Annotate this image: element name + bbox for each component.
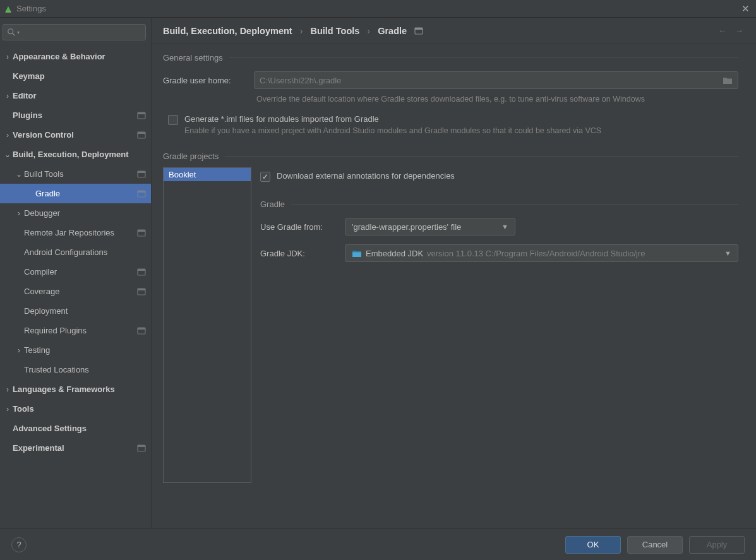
- sidebar-item-label: Keymap: [13, 71, 146, 81]
- project-scope-icon: [137, 112, 146, 119]
- svg-line-2: [13, 33, 15, 36]
- sidebar-item-gradle[interactable]: Gradle: [0, 184, 151, 203]
- breadcrumb-1[interactable]: Build, Execution, Deployment: [163, 26, 292, 36]
- nav-back-icon[interactable]: ←: [718, 26, 726, 35]
- svg-rect-8: [138, 171, 145, 173]
- chevron-right-icon: ›: [4, 131, 11, 140]
- sidebar-item-version-control[interactable]: ›Version Control: [0, 125, 151, 145]
- sidebar-item-build-execution-deployment[interactable]: ⌄Build, Execution, Deployment: [0, 145, 151, 164]
- chevron-right-icon: ›: [15, 209, 23, 218]
- breadcrumb-bar: Build, Execution, Deployment › Build Too…: [152, 18, 756, 44]
- sidebar-item-label: Testing: [24, 345, 146, 355]
- chevron-down-icon: ⌄: [4, 150, 11, 159]
- divider: [229, 57, 738, 58]
- app-icon: [4, 4, 13, 13]
- sidebar-item-label: Build Tools: [24, 169, 137, 179]
- general-section-title: General settings: [163, 53, 223, 63]
- close-icon[interactable]: ✕: [741, 3, 750, 15]
- chevron-down-icon: ⌄: [15, 170, 23, 179]
- gradle-home-input[interactable]: C:\Users\hi22h\.gradle: [254, 71, 738, 89]
- gradle-jdk-detail: version 11.0.13 C:/Program Files/Android…: [427, 249, 645, 258]
- use-gradle-from-label: Use Gradle from:: [260, 222, 336, 232]
- sidebar-item-label: Editor: [13, 91, 146, 100]
- sidebar-item-advanced-settings[interactable]: Advanced Settings: [0, 419, 151, 438]
- generate-iml-checkbox[interactable]: [168, 115, 178, 125]
- breadcrumb-sep: ›: [367, 26, 370, 36]
- sidebar-item-required-plugins[interactable]: Required Plugins: [0, 321, 151, 340]
- sidebar-item-label: Debugger: [24, 208, 146, 218]
- project-scope-icon: [137, 229, 146, 237]
- svg-rect-18: [138, 328, 145, 330]
- window-title: Settings: [16, 4, 46, 13]
- sidebar-item-debugger[interactable]: ›Debugger: [0, 203, 151, 223]
- project-scope-icon: [137, 131, 146, 139]
- chevron-down-icon: ▼: [724, 249, 731, 257]
- sidebar-item-label: Build, Execution, Deployment: [13, 150, 146, 159]
- browse-folder-icon[interactable]: [723, 76, 733, 85]
- sidebar-item-label: Tools: [13, 404, 146, 414]
- sidebar-item-keymap[interactable]: Keymap: [0, 66, 151, 86]
- generate-iml-label: Generate *.iml files for modules importe…: [184, 114, 601, 124]
- project-scope-icon: [137, 327, 146, 335]
- sidebar-item-tools[interactable]: ›Tools: [0, 399, 151, 419]
- svg-rect-10: [138, 191, 145, 193]
- sidebar-item-remote-jar-repositories[interactable]: Remote Jar Repositories: [0, 223, 151, 242]
- chevron-right-icon: ›: [4, 405, 11, 414]
- footer: ? OK Cancel Apply: [0, 528, 756, 560]
- chevron-right-icon: ›: [4, 92, 11, 100]
- sidebar-item-deployment[interactable]: Deployment: [0, 301, 151, 321]
- sidebar-item-label: Remote Jar Repositories: [24, 228, 137, 237]
- sidebar-item-label: Appearance & Behavior: [13, 52, 146, 61]
- download-annotations-label: Download external annotations for depend…: [277, 171, 455, 181]
- chevron-right-icon: ›: [4, 52, 11, 61]
- breadcrumb-2[interactable]: Build Tools: [310, 26, 359, 36]
- gradle-jdk-dropdown[interactable]: Embedded JDK version 11.0.13 C:/Program …: [345, 244, 738, 262]
- breadcrumb-sep: ›: [300, 26, 303, 36]
- titlebar: Settings ✕: [0, 0, 756, 18]
- sidebar-item-testing[interactable]: ›Testing: [0, 340, 151, 360]
- cancel-button[interactable]: Cancel: [627, 536, 683, 554]
- search-input[interactable]: ▾: [3, 24, 146, 40]
- gradle-home-value: C:\Users\hi22h\.gradle: [260, 76, 341, 85]
- sidebar-item-android-configurations[interactable]: Android Configurations: [0, 242, 151, 262]
- generate-iml-hint: Enable if you have a mixed project with …: [184, 126, 601, 135]
- gradle-subheader: Gradle: [260, 200, 285, 209]
- search-icon: [7, 28, 16, 37]
- ok-button[interactable]: OK: [565, 536, 621, 554]
- sidebar-item-editor[interactable]: ›Editor: [0, 86, 151, 105]
- sidebar-item-label: Experimental: [13, 443, 137, 453]
- divider: [291, 204, 738, 205]
- sidebar-item-label: Android Configurations: [24, 247, 146, 257]
- download-annotations-checkbox[interactable]: [260, 172, 270, 182]
- help-button[interactable]: ?: [11, 537, 27, 552]
- sidebar-item-appearance-behavior[interactable]: ›Appearance & Behavior: [0, 47, 151, 66]
- sidebar-item-coverage[interactable]: Coverage: [0, 282, 151, 301]
- chevron-down-icon: ▼: [501, 223, 508, 230]
- project-item[interactable]: Booklet: [164, 168, 251, 181]
- apply-button[interactable]: Apply: [689, 536, 745, 554]
- search-dropdown-icon[interactable]: ▾: [17, 30, 20, 35]
- sidebar-item-plugins[interactable]: Plugins: [0, 105, 151, 125]
- sidebar-item-experimental[interactable]: Experimental: [0, 438, 151, 458]
- projects-section-title: Gradle projects: [163, 152, 219, 161]
- use-gradle-from-dropdown[interactable]: 'gradle-wrapper.properties' file ▼: [345, 218, 515, 235]
- chevron-right-icon: ›: [15, 346, 23, 355]
- svg-rect-6: [138, 132, 145, 134]
- sidebar-item-trusted-locations[interactable]: Trusted Locations: [0, 360, 151, 379]
- svg-point-1: [8, 29, 13, 34]
- use-gradle-from-value: 'gradle-wrapper.properties' file: [352, 222, 461, 232]
- project-scope-icon: [137, 288, 146, 295]
- svg-rect-12: [138, 230, 145, 232]
- sidebar-item-label: Trusted Locations: [24, 365, 146, 374]
- gradle-projects-list[interactable]: Booklet: [163, 167, 251, 483]
- gradle-jdk-name: Embedded JDK: [366, 249, 423, 258]
- sidebar-item-compiler[interactable]: Compiler: [0, 262, 151, 282]
- sidebar-item-label: Coverage: [24, 287, 137, 296]
- project-scope-icon: [414, 27, 423, 35]
- gradle-jdk-label: Gradle JDK:: [260, 249, 336, 258]
- sidebar-item-label: Plugins: [13, 110, 137, 120]
- sidebar-item-build-tools[interactable]: ⌄Build Tools: [0, 164, 151, 184]
- breadcrumb-3[interactable]: Gradle: [378, 26, 407, 36]
- sidebar-item-languages-frameworks[interactable]: ›Languages & Frameworks: [0, 379, 151, 399]
- nav-forward-icon[interactable]: →: [735, 26, 743, 35]
